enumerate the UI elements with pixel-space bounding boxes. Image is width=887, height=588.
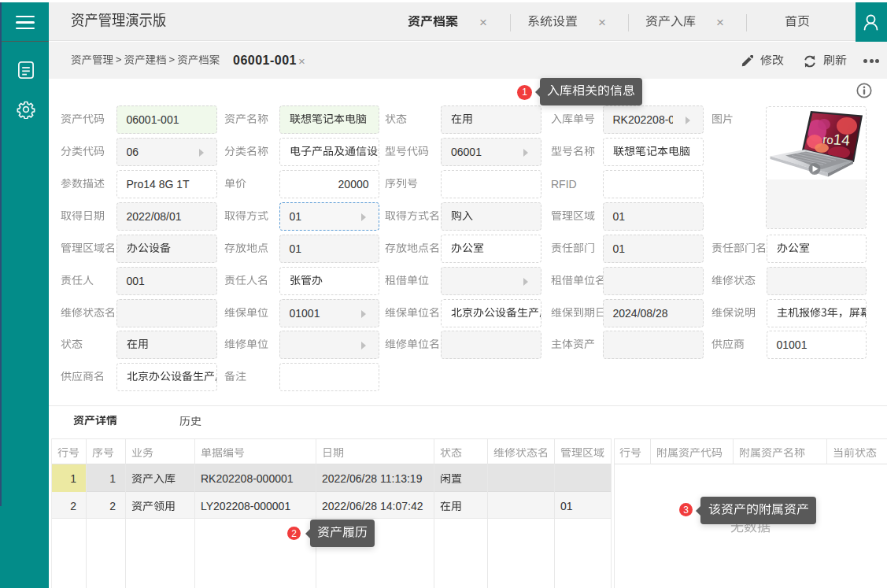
svg-text:ro14: ro14	[822, 130, 852, 149]
